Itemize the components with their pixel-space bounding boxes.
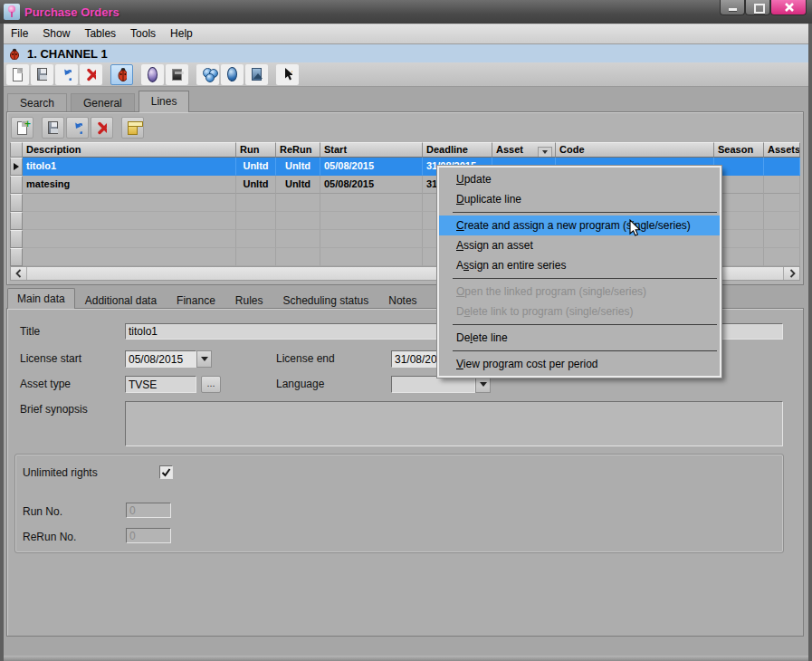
delete-line-button[interactable]	[91, 117, 113, 139]
picture-icon	[252, 68, 262, 81]
debug-bug-button[interactable]	[110, 64, 133, 85]
row-selector[interactable]	[10, 230, 23, 248]
row-selector[interactable]	[10, 176, 23, 194]
detail-tab-additional-data[interactable]: Additional data	[75, 292, 167, 309]
column-header-season[interactable]: Season	[714, 142, 764, 158]
detail-tab-main-data[interactable]: Main data	[7, 288, 75, 309]
row-selector[interactable]	[10, 158, 23, 176]
globe-cluster-button[interactable]	[196, 64, 219, 85]
brief-synopsis-textarea[interactable]	[125, 401, 783, 446]
asset-type-input[interactable]	[125, 376, 196, 393]
menu-item-create-and-assign[interactable]: Create and assign a new program (single/…	[439, 216, 720, 235]
column-header-label: Season	[718, 144, 753, 155]
license-end-label: License end	[276, 352, 335, 365]
tab-general[interactable]: General	[71, 93, 135, 112]
column-header-assets[interactable]: Assets	[764, 142, 800, 158]
empty-cell	[276, 230, 320, 248]
unlimited-rights-checkbox[interactable]	[159, 465, 173, 479]
debug-bug-icon	[117, 67, 127, 81]
globe-cluster-icon	[203, 68, 213, 81]
empty-cell	[276, 212, 320, 230]
tab-lines[interactable]: Lines	[139, 91, 190, 112]
detail-tab-rules[interactable]: Rules	[225, 292, 273, 309]
menu-item-update[interactable]: Update	[439, 169, 720, 189]
row-selector[interactable]	[10, 194, 23, 212]
asset-type-browse-button[interactable]: ...	[201, 376, 221, 393]
run-no-input[interactable]	[126, 503, 171, 518]
presentation-button[interactable]	[166, 64, 188, 85]
globe-button[interactable]	[221, 64, 244, 85]
menubar-item-tables[interactable]: Tables	[77, 24, 123, 43]
undo-button[interactable]	[55, 64, 78, 85]
window-bottom-border	[4, 656, 808, 661]
column-header-deadline[interactable]: Deadline	[423, 142, 492, 158]
menu-separator	[453, 278, 717, 279]
run-no-label: Run No.	[23, 505, 62, 518]
grid-header-row: DescriptionRunReRunStartDeadlineAssetCod…	[10, 142, 800, 158]
picture-button[interactable]	[245, 64, 268, 85]
column-header-run[interactable]: Run	[236, 142, 276, 158]
minimize-button[interactable]	[720, 0, 745, 15]
menubar-item-show[interactable]: Show	[35, 24, 77, 43]
assign-box-button[interactable]	[121, 117, 144, 139]
new-document-icon	[13, 68, 23, 81]
row-selector[interactable]	[10, 248, 23, 266]
menu-item-assign-an-entire[interactable]: Assign an entire series	[439, 255, 720, 275]
menubar-item-help[interactable]: Help	[163, 24, 200, 43]
column-header-rerun[interactable]: ReRun	[276, 142, 320, 158]
tab-search[interactable]: Search	[7, 93, 67, 112]
save-line-button[interactable]	[42, 117, 64, 139]
menu-item-assign-an-asset[interactable]: Assign an asset	[439, 235, 720, 255]
sphere-button[interactable]	[141, 64, 164, 85]
empty-cell	[23, 248, 236, 266]
menu-item-delete-link-to[interactable]: Delete link to program (single/series)	[439, 302, 720, 321]
language-input[interactable]	[391, 376, 475, 393]
delete-button[interactable]	[80, 64, 102, 85]
undo-line-button[interactable]	[66, 117, 89, 139]
chevron-right-icon	[788, 269, 797, 278]
menu-item-open-the-linked[interactable]: Open the linked program (single/series)	[439, 282, 720, 302]
row-selector[interactable]	[10, 212, 23, 230]
main-toolbar: ?	[4, 62, 808, 87]
rerun-no-input[interactable]	[126, 528, 171, 543]
menu-item-duplicate-line[interactable]: Duplicate line	[439, 189, 720, 209]
menu-item-view-program-cost[interactable]: View program cost per period	[439, 354, 720, 374]
detail-tab-finance[interactable]: Finance	[167, 292, 225, 309]
column-header-start[interactable]: Start	[320, 142, 423, 158]
empty-cell	[764, 212, 800, 230]
column-header-asset[interactable]: Asset	[492, 142, 556, 158]
maximize-button[interactable]	[745, 0, 770, 15]
detail-tab-notes[interactable]: Notes	[378, 292, 426, 309]
column-header-label: Start	[324, 144, 347, 155]
new-document-button[interactable]	[6, 64, 29, 85]
maximize-icon	[754, 4, 765, 14]
menu-item-delete-line[interactable]: Delete line	[439, 328, 720, 348]
column-header-label: Deadline	[426, 144, 468, 155]
close-button[interactable]	[770, 0, 807, 15]
detail-tab-scheduling-status[interactable]: Scheduling status	[273, 292, 379, 309]
menubar-item-file[interactable]: File	[4, 24, 35, 43]
scroll-right-button[interactable]	[784, 267, 799, 280]
save-icon	[37, 68, 47, 81]
new-line-button[interactable]: +	[11, 117, 33, 139]
detail-tabstrip: Main dataAdditional dataFinanceRulesSche…	[7, 288, 503, 309]
empty-cell	[714, 248, 764, 266]
save-icon	[48, 121, 58, 134]
menubar: FileShowTablesToolsHelp	[4, 24, 808, 44]
license-start-dropdown[interactable]	[196, 350, 212, 368]
license-start-input[interactable]	[125, 350, 196, 368]
scroll-left-button[interactable]	[11, 267, 26, 280]
save-button[interactable]	[31, 64, 53, 85]
cell-season	[714, 176, 764, 194]
menu-separator	[453, 324, 717, 325]
filter-dropdown-icon[interactable]	[538, 147, 552, 158]
column-header-description[interactable]: Description	[23, 142, 236, 158]
column-header-code[interactable]: Code	[556, 142, 714, 158]
help-pointer-button[interactable]: ?	[276, 64, 299, 85]
cell-assets	[764, 158, 800, 176]
title-label: Title	[20, 325, 40, 338]
new-line-icon: +	[17, 121, 27, 135]
language-dropdown[interactable]	[475, 376, 491, 393]
column-header-label: ReRun	[280, 144, 311, 155]
menubar-item-tools[interactable]: Tools	[123, 24, 163, 43]
